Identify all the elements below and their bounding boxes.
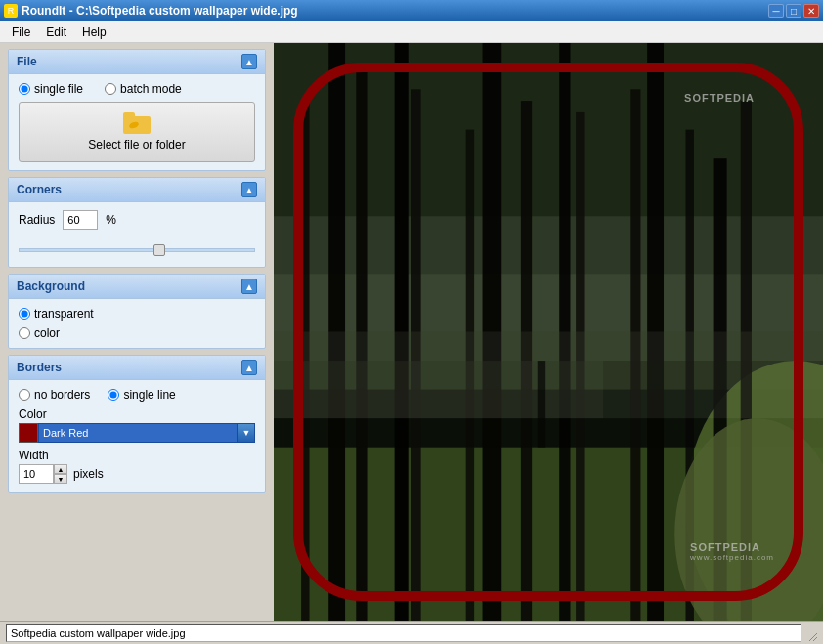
title-bar: R RoundIt - C:\Softpedia custom wallpape… <box>0 0 823 21</box>
folder-icon <box>123 112 151 134</box>
status-bar: Softpedia custom wallpaper wide.jpg <box>0 621 823 644</box>
no-borders-label: no borders <box>34 388 90 402</box>
watermark-top: SOFTPEDIA <box>684 92 755 104</box>
menu-help[interactable]: Help <box>74 23 114 41</box>
menu-edit[interactable]: Edit <box>38 23 74 41</box>
file-section-title: File <box>17 55 37 68</box>
window-title: RoundIt - C:\Softpedia custom wallpaper … <box>22 4 298 18</box>
radius-label: Radius <box>19 213 55 227</box>
width-spinner: ▲ ▼ pixels <box>19 464 255 484</box>
width-unit: pixels <box>73 467 104 481</box>
background-section: Background ▲ transparent color <box>8 274 266 349</box>
file-section: File ▲ single file batch mode <box>8 49 266 171</box>
background-radio-stack: transparent color <box>19 307 255 340</box>
batch-mode-label: batch mode <box>120 82 182 96</box>
maximize-button[interactable]: □ <box>786 4 801 18</box>
svg-rect-23 <box>538 361 545 448</box>
watermark-bottom: SOFTPEDIA www.softpedia.com <box>690 541 774 562</box>
bg-color-radio[interactable] <box>19 327 30 339</box>
bg-transparent-label: transparent <box>34 307 94 321</box>
radius-unit: % <box>106 213 116 227</box>
bg-color-option[interactable]: color <box>19 326 255 340</box>
corners-section-collapse[interactable]: ▲ <box>241 182 257 197</box>
svg-rect-22 <box>274 361 603 418</box>
select-file-button[interactable]: Select file or folder <box>19 102 255 162</box>
radius-slider-container <box>19 237 255 259</box>
single-line-option[interactable]: single line <box>108 388 175 402</box>
bg-transparent-option[interactable]: transparent <box>19 307 255 321</box>
title-bar-buttons: ─ □ ✕ <box>768 4 819 18</box>
main-container: File ▲ single file batch mode <box>0 43 823 621</box>
status-text-area: Softpedia custom wallpaper wide.jpg <box>6 624 801 642</box>
watermark-url: www.softpedia.com <box>690 553 774 562</box>
background-section-title: Background <box>17 279 85 293</box>
corners-section: Corners ▲ Radius % <box>8 177 266 268</box>
status-text: Softpedia custom wallpaper wide.jpg <box>11 627 186 639</box>
close-button[interactable]: ✕ <box>803 4 819 18</box>
width-label: Width <box>19 449 49 462</box>
background-section-collapse[interactable]: ▲ <box>241 279 257 294</box>
single-line-label: single line <box>123 388 175 402</box>
watermark-bottom-text: SOFTPEDIA <box>690 541 760 553</box>
background-section-body: transparent color <box>9 299 265 348</box>
color-dropdown[interactable]: Dark Red <box>38 423 238 443</box>
title-bar-left: R RoundIt - C:\Softpedia custom wallpape… <box>4 4 298 18</box>
borders-section-collapse[interactable]: ▲ <box>241 360 257 375</box>
borders-section-body: no borders single line Color Dark Red <box>9 380 265 492</box>
single-file-option[interactable]: single file <box>19 82 83 96</box>
folder-body <box>123 116 151 134</box>
resize-grip-icon <box>805 629 817 641</box>
single-file-radio[interactable] <box>19 83 30 95</box>
batch-mode-radio[interactable] <box>105 83 116 95</box>
file-section-body: single file batch mode Select file or <box>9 74 265 170</box>
spinner-buttons: ▲ ▼ <box>54 464 67 484</box>
status-grip <box>801 625 817 641</box>
spin-down-button[interactable]: ▼ <box>54 474 67 484</box>
width-input[interactable] <box>19 464 54 484</box>
radius-input[interactable] <box>63 210 98 230</box>
color-swatch[interactable] <box>19 423 38 443</box>
color-select-container: Dark Red ▼ <box>19 423 255 443</box>
preview-area: SOFTPEDIA SOFTPEDIA www.softpedia.com <box>274 43 823 621</box>
select-file-label: Select file or folder <box>88 138 185 151</box>
bg-transparent-radio[interactable] <box>19 308 30 320</box>
radius-slider[interactable] <box>19 248 255 252</box>
app-icon: R <box>4 4 18 18</box>
left-panel: File ▲ single file batch mode <box>0 43 274 621</box>
width-row: Width ▲ ▼ pixels <box>19 449 255 484</box>
folder-shine <box>128 120 139 129</box>
color-value: Dark Red <box>43 427 88 439</box>
minimize-button[interactable]: ─ <box>768 4 784 18</box>
file-mode-group: single file batch mode <box>19 82 255 96</box>
single-line-radio[interactable] <box>108 389 119 401</box>
menu-bar: File Edit Help <box>0 21 823 43</box>
svg-line-26 <box>813 637 817 641</box>
color-dropdown-arrow[interactable]: ▼ <box>238 423 255 443</box>
spin-up-button[interactable]: ▲ <box>54 464 67 474</box>
menu-file[interactable]: File <box>4 23 38 41</box>
file-section-collapse[interactable]: ▲ <box>241 54 257 69</box>
no-borders-option[interactable]: no borders <box>19 388 90 402</box>
bg-color-label: color <box>34 326 60 340</box>
color-label: Color <box>19 408 47 421</box>
file-section-header: File ▲ <box>9 50 265 74</box>
corners-section-header: Corners ▲ <box>9 178 265 202</box>
borders-section: Borders ▲ no borders single line Color <box>8 355 266 493</box>
color-row: Color Dark Red ▼ <box>19 408 255 443</box>
corners-section-body: Radius % <box>9 202 265 267</box>
background-section-header: Background ▲ <box>9 275 265 299</box>
borders-section-title: Borders <box>17 361 62 374</box>
radius-row: Radius % <box>19 210 255 230</box>
borders-mode-group: no borders single line <box>19 388 255 402</box>
borders-section-header: Borders ▲ <box>9 356 265 380</box>
batch-mode-option[interactable]: batch mode <box>105 82 182 96</box>
corners-section-title: Corners <box>17 183 62 196</box>
forest-svg <box>274 43 823 621</box>
app-icon-letter: R <box>8 6 15 16</box>
no-borders-radio[interactable] <box>19 389 30 401</box>
single-file-label: single file <box>34 82 83 96</box>
svg-line-25 <box>809 633 817 641</box>
